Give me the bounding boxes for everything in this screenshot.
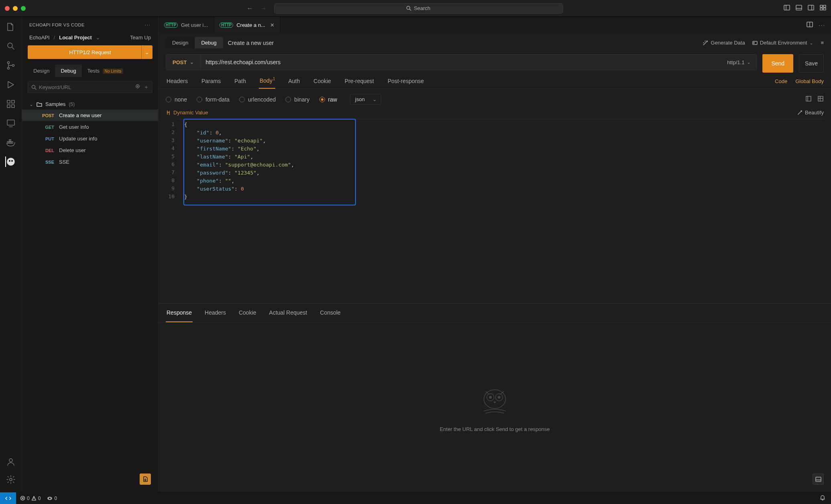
docker-icon[interactable]: [6, 137, 16, 148]
code-area[interactable]: { "id": 0, "username": "echoapi", "first…: [178, 119, 824, 296]
expand-editor-icon[interactable]: [805, 96, 812, 103]
import-icon[interactable]: [140, 474, 151, 485]
mode-debug[interactable]: Debug: [195, 37, 223, 49]
environment-selector[interactable]: Default Environment ⌄: [752, 40, 814, 46]
body-type-formdata[interactable]: form-data: [197, 96, 230, 103]
sidebar-tab-debug[interactable]: Debug: [55, 65, 81, 77]
tree-item[interactable]: GETGet user info: [22, 121, 158, 133]
chevron-down-icon[interactable]: ⌄: [96, 35, 100, 41]
tree-item[interactable]: SSESSE: [22, 156, 158, 168]
maximize-window[interactable]: [21, 6, 26, 11]
nav-back-icon[interactable]: ←: [247, 5, 253, 12]
layout-secondary-icon[interactable]: [808, 4, 814, 12]
layout-primary-icon[interactable]: [784, 4, 790, 12]
tree-item[interactable]: PUTUpdate user info: [22, 133, 158, 144]
editor-tab[interactable]: HTTPCreate a n...✕: [214, 17, 280, 33]
sidebar-search-input[interactable]: Keyword/URL ＋: [28, 81, 152, 93]
dynamic-value-link[interactable]: Dynamic Value: [173, 110, 208, 116]
svg-point-31: [754, 43, 754, 43]
reqtab-headers[interactable]: Headers: [166, 74, 189, 88]
svg-rect-14: [12, 105, 14, 108]
content-type-selector[interactable]: json: [350, 94, 381, 105]
notifications-icon[interactable]: [820, 496, 825, 502]
remote-explorer-icon[interactable]: [6, 118, 16, 128]
tree-item[interactable]: POSTCreate a new user: [22, 110, 158, 121]
reqtab-path[interactable]: Path: [234, 74, 247, 88]
echoapi-icon[interactable]: [5, 156, 16, 167]
run-debug-icon[interactable]: [6, 79, 16, 90]
svg-point-0: [407, 6, 410, 10]
extensions-icon[interactable]: [6, 99, 16, 109]
svg-rect-13: [7, 105, 10, 108]
explorer-icon[interactable]: [6, 22, 16, 32]
close-window[interactable]: [5, 6, 10, 11]
method-badge: PUT: [37, 136, 54, 141]
beautify-link[interactable]: Beautify: [805, 110, 824, 116]
tree-folder-samples[interactable]: ⌄ Samples (5): [22, 99, 158, 110]
code-link[interactable]: Code: [775, 78, 787, 84]
team-up-link[interactable]: Team Up: [130, 35, 151, 41]
svg-point-11: [12, 65, 14, 67]
http-version-label: http/1.1: [727, 59, 744, 65]
no-limits-badge: No Limits: [103, 69, 124, 74]
sidebar-tab-design[interactable]: Design: [28, 65, 55, 77]
method-selector[interactable]: POST ⌄: [166, 55, 201, 70]
http-request-dropdown[interactable]: ⌄: [141, 45, 152, 59]
add-icon[interactable]: ＋: [144, 83, 149, 91]
toggle-panel-icon[interactable]: [813, 474, 824, 485]
sidebar-more-icon[interactable]: ···: [145, 22, 151, 27]
body-type-none[interactable]: none: [166, 96, 187, 103]
body-type-raw[interactable]: raw: [319, 96, 337, 103]
editor-tab[interactable]: HTTPGet user i...: [158, 17, 214, 33]
resptab-actual[interactable]: Actual Request: [268, 304, 308, 322]
reqtab-prerequest[interactable]: Pre-request: [344, 74, 375, 88]
chevron-down-icon: ⌄: [29, 102, 33, 107]
close-tab-icon[interactable]: ✕: [270, 22, 274, 28]
folder-icon: [37, 102, 42, 107]
account-icon[interactable]: [6, 457, 16, 467]
breadcrumb-root[interactable]: EchoAPI: [29, 35, 50, 41]
body-type-binary[interactable]: binary: [285, 96, 309, 103]
http-version-selector[interactable]: http/1.1 ⌄: [721, 55, 756, 70]
body-editor[interactable]: 12345678910 { "id": 0, "username": "echo…: [158, 119, 824, 296]
settings-gear-icon[interactable]: [6, 474, 16, 485]
breadcrumb-project[interactable]: Local Project: [59, 35, 92, 41]
layout-customize-icon[interactable]: [820, 4, 826, 12]
schema-icon[interactable]: [817, 96, 824, 103]
global-search[interactable]: Search: [274, 3, 563, 14]
reqtab-postresponse[interactable]: Post-response: [387, 74, 425, 88]
source-control-icon[interactable]: [6, 60, 16, 71]
request-tree: ⌄ Samples (5) POSTCreate a new userGETGe…: [22, 97, 158, 169]
resptab-cookie[interactable]: Cookie: [238, 304, 257, 322]
split-editor-icon[interactable]: [807, 21, 813, 29]
nav-forward-icon[interactable]: →: [260, 5, 267, 12]
tree-item[interactable]: DELDelete user: [22, 144, 158, 156]
locate-icon[interactable]: [135, 83, 140, 91]
global-body-link[interactable]: Global Body: [795, 78, 824, 84]
search-activity-icon[interactable]: [6, 41, 16, 51]
svg-rect-17: [7, 142, 9, 143]
mode-design[interactable]: Design: [166, 37, 195, 49]
titlebar: ← → Search: [0, 0, 831, 17]
sidebar-tab-tests[interactable]: Tests No Limits: [82, 65, 129, 77]
reqtab-body[interactable]: Body1: [259, 73, 275, 89]
remote-indicator[interactable]: [0, 492, 16, 504]
generate-data-button[interactable]: Generate Data: [703, 40, 745, 46]
reqtab-cookie[interactable]: Cookie: [313, 74, 332, 88]
svg-rect-32: [806, 96, 811, 101]
url-input[interactable]: https://rest.echoapi.com/users: [201, 55, 721, 70]
reqtab-params[interactable]: Params: [201, 74, 221, 88]
body-type-urlencoded[interactable]: urlencoded: [239, 96, 276, 103]
env-settings-icon[interactable]: ≡: [821, 40, 824, 46]
resptab-console[interactable]: Console: [319, 304, 341, 322]
more-actions-icon[interactable]: ···: [819, 22, 825, 28]
ports-indicator[interactable]: 0: [47, 496, 57, 501]
new-http-request-button[interactable]: HTTP1/2 Request ⌄: [28, 45, 152, 59]
svg-point-23: [11, 160, 13, 162]
resptab-response[interactable]: Response: [166, 304, 193, 322]
minimize-window[interactable]: [13, 6, 18, 11]
problems-indicator[interactable]: 0 0: [20, 496, 41, 501]
layout-panel-icon[interactable]: [796, 4, 802, 12]
reqtab-auth[interactable]: Auth: [287, 74, 301, 88]
resptab-headers[interactable]: Headers: [204, 304, 227, 322]
